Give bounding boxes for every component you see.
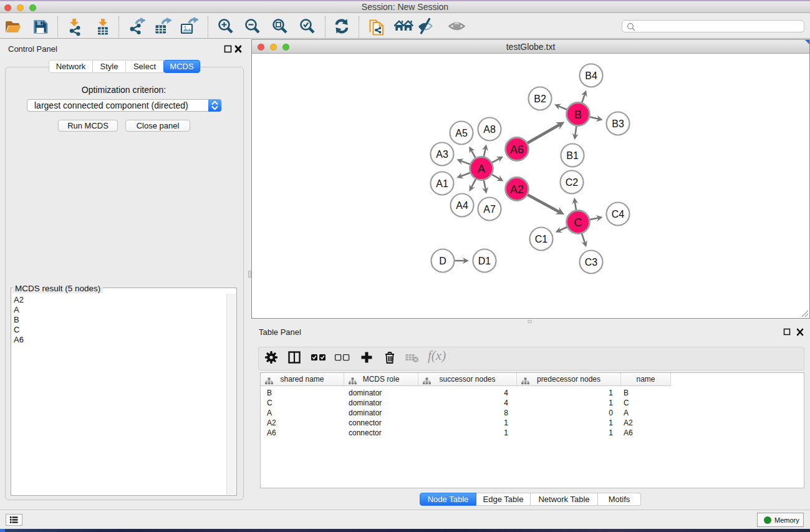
svg-text:B4: B4 bbox=[585, 70, 597, 81]
svg-text:A2: A2 bbox=[510, 183, 524, 196]
svg-text:C1: C1 bbox=[535, 234, 548, 244]
svg-text:A6: A6 bbox=[510, 143, 524, 156]
svg-text:A4: A4 bbox=[456, 200, 468, 211]
svg-text:A1: A1 bbox=[436, 178, 448, 189]
svg-text:C4: C4 bbox=[612, 209, 625, 220]
svg-text:C: C bbox=[574, 216, 582, 229]
svg-text:B3: B3 bbox=[612, 118, 624, 129]
svg-text:B1: B1 bbox=[566, 150, 579, 161]
svg-text:A3: A3 bbox=[436, 149, 448, 160]
svg-text:D: D bbox=[439, 256, 446, 266]
svg-text:B: B bbox=[574, 109, 582, 121]
svg-text:A8: A8 bbox=[483, 124, 496, 135]
svg-text:B2: B2 bbox=[534, 94, 546, 104]
svg-text:C2: C2 bbox=[566, 177, 579, 188]
svg-text:C3: C3 bbox=[585, 257, 598, 268]
svg-text:A5: A5 bbox=[455, 128, 468, 138]
svg-text:D1: D1 bbox=[478, 256, 491, 266]
svg-text:A: A bbox=[478, 163, 485, 175]
svg-text:A7: A7 bbox=[483, 204, 496, 215]
